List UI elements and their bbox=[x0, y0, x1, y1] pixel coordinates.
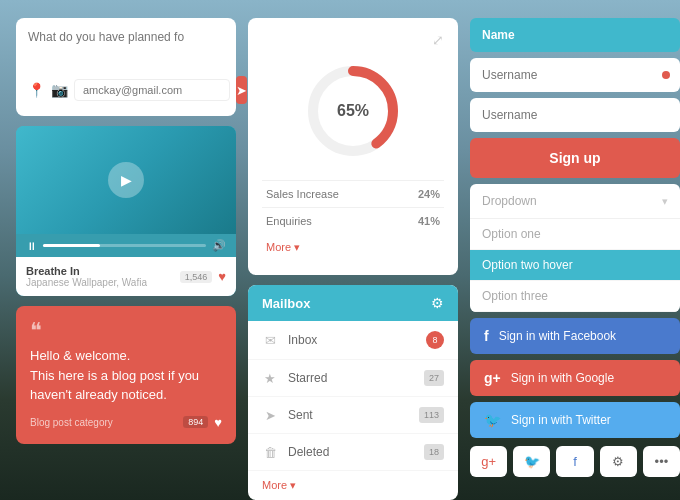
more-link[interactable]: More ▾ bbox=[262, 234, 444, 261]
dropdown-widget: Dropdown ▾ Option one Option two hover O… bbox=[470, 184, 680, 312]
play-button[interactable]: ▶ bbox=[108, 162, 144, 198]
mailbox-widget: Mailbox ⚙ ✉ Inbox 8 ★ Starred 27 ➤ Sent … bbox=[248, 285, 458, 500]
video-screen: ▶ bbox=[16, 126, 236, 234]
video-controls: ⏸ 🔊 bbox=[16, 234, 236, 257]
quote-mark: ❝ bbox=[30, 320, 222, 342]
dropdown-header[interactable]: Dropdown ▾ bbox=[470, 184, 680, 219]
deleted-badge: 18 bbox=[424, 444, 444, 460]
username-input[interactable] bbox=[470, 58, 680, 92]
dropdown-option-3[interactable]: Option three bbox=[470, 281, 680, 312]
video-info: Breathe In Japanese Wallpaper, Wafia 1,5… bbox=[16, 257, 236, 296]
dropdown-option-2[interactable]: Option two hover bbox=[470, 250, 680, 281]
signup-button[interactable]: Sign up bbox=[470, 138, 680, 178]
blog-text: Hello & welcome.This here is a blog post… bbox=[30, 346, 222, 405]
mail-item-deleted[interactable]: 🗑 Deleted 18 bbox=[248, 434, 458, 471]
facebook-label: Sign in with Facebook bbox=[499, 329, 616, 343]
social-widget: f Sign in with Facebook g+ Sign in with … bbox=[470, 318, 680, 477]
sent-badge: 113 bbox=[419, 407, 444, 423]
password-input[interactable] bbox=[470, 98, 680, 132]
camera-icon[interactable]: 📷 bbox=[51, 82, 68, 98]
svg-text:65%: 65% bbox=[337, 102, 369, 119]
blog-count: 894 bbox=[183, 416, 208, 428]
twitter-signin-button[interactable]: 🐦 Sign in with Twitter bbox=[470, 402, 680, 438]
stat-label-0: Sales Increase bbox=[266, 188, 339, 200]
donut-widget: ⤢ 65% Sales Increase 24% Enquiries bbox=[248, 18, 458, 275]
donut-chart: 65% bbox=[262, 56, 444, 166]
stat-row: Sales Increase 24% bbox=[262, 180, 444, 207]
mail-item-sent[interactable]: ➤ Sent 113 bbox=[248, 397, 458, 434]
mail-more-link[interactable]: More ▾ bbox=[248, 471, 458, 500]
signup-widget: Name Sign up Dropdown ▾ Option one Optio… bbox=[470, 18, 680, 312]
progress-fill bbox=[43, 244, 100, 247]
facebook-icon: f bbox=[484, 328, 489, 344]
mini-facebook-button[interactable]: f bbox=[556, 446, 593, 477]
chevron-down-icon: ▾ bbox=[662, 195, 668, 208]
gear-icon[interactable]: ⚙ bbox=[431, 295, 444, 311]
facebook-signin-button[interactable]: f Sign in with Facebook bbox=[470, 318, 680, 354]
inbox-badge: 8 bbox=[426, 331, 444, 349]
email-input[interactable] bbox=[74, 79, 230, 101]
mini-more-button[interactable]: ••• bbox=[643, 446, 680, 477]
deleted-label: Deleted bbox=[288, 445, 414, 459]
name-field: Name bbox=[470, 18, 680, 52]
mail-item-starred[interactable]: ★ Starred 27 bbox=[248, 360, 458, 397]
sent-icon: ➤ bbox=[262, 408, 278, 423]
stat-value-0: 24% bbox=[418, 188, 440, 200]
mail-item-inbox[interactable]: ✉ Inbox 8 bbox=[248, 321, 458, 360]
donut-stats: Sales Increase 24% Enquiries 41% More ▾ bbox=[262, 180, 444, 261]
mini-gplus-button[interactable]: g+ bbox=[470, 446, 507, 477]
stat-row: Enquiries 41% bbox=[262, 207, 444, 234]
google-signin-button[interactable]: g+ Sign in with Google bbox=[470, 360, 680, 396]
mailbox-title: Mailbox bbox=[262, 296, 310, 311]
play-count: 1,546 bbox=[180, 271, 213, 283]
mailbox-header: Mailbox ⚙ bbox=[248, 285, 458, 321]
google-label: Sign in with Google bbox=[511, 371, 614, 385]
inbox-icon: ✉ bbox=[262, 333, 278, 348]
expand-icon[interactable]: ⤢ bbox=[432, 32, 444, 48]
blog-heart-icon[interactable]: ♥ bbox=[214, 415, 222, 430]
username-dot bbox=[662, 71, 670, 79]
send-button[interactable]: ➤ bbox=[236, 76, 247, 104]
inbox-label: Inbox bbox=[288, 333, 416, 347]
blog-category: Blog post category bbox=[30, 417, 113, 428]
starred-badge: 27 bbox=[424, 370, 444, 386]
twitter-label: Sign in with Twitter bbox=[511, 413, 611, 427]
mini-settings-button[interactable]: ⚙ bbox=[600, 446, 637, 477]
song-artist: Japanese Wallpaper, Wafia bbox=[26, 277, 147, 288]
post-input[interactable] bbox=[28, 30, 224, 68]
location-icon[interactable]: 📍 bbox=[28, 82, 45, 98]
progress-bar[interactable] bbox=[43, 244, 206, 247]
dropdown-label: Dropdown bbox=[482, 194, 537, 208]
username-row bbox=[470, 58, 680, 92]
stat-label-1: Enquiries bbox=[266, 215, 312, 227]
social-mini-row: g+ 🐦 f ⚙ ••• bbox=[470, 446, 680, 477]
post-widget: 📍 📷 ➤ bbox=[16, 18, 236, 116]
heart-icon[interactable]: ♥ bbox=[218, 269, 226, 284]
starred-label: Starred bbox=[288, 371, 414, 385]
volume-icon[interactable]: 🔊 bbox=[212, 239, 226, 252]
twitter-icon: 🐦 bbox=[484, 412, 501, 428]
deleted-icon: 🗑 bbox=[262, 445, 278, 460]
video-widget: ▶ ⏸ 🔊 Breathe In Japanese Wallpaper, Waf… bbox=[16, 126, 236, 296]
sent-label: Sent bbox=[288, 408, 409, 422]
stat-value-1: 41% bbox=[418, 215, 440, 227]
song-title: Breathe In bbox=[26, 265, 147, 277]
blog-widget: ❝ Hello & welcome.This here is a blog po… bbox=[16, 306, 236, 444]
pause-button[interactable]: ⏸ bbox=[26, 240, 37, 252]
mini-twitter-button[interactable]: 🐦 bbox=[513, 446, 550, 477]
starred-icon: ★ bbox=[262, 371, 278, 386]
dropdown-option-1[interactable]: Option one bbox=[470, 219, 680, 250]
google-icon: g+ bbox=[484, 370, 501, 386]
